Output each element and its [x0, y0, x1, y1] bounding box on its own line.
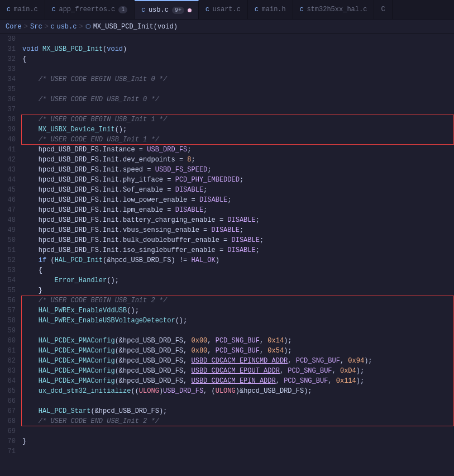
code-line: 71	[0, 446, 454, 456]
code-line: 36 /* USER CODE END USB_Init 0 */	[0, 94, 454, 104]
code-line: 65 ux_dcd_stm32_initialize((ULONG)USB_DR…	[0, 386, 454, 396]
code-line: 32 {	[0, 54, 454, 64]
breadcrumb-function: MX_USB_PCD_Init(void)	[93, 23, 178, 31]
tab-stm32h5xx-hal-c[interactable]: C stm32h5xx_hal.c	[293, 0, 375, 19]
c-file-icon: C	[255, 6, 259, 13]
code-line: 60 HAL_PCDEx_PMAConfig(&hpcd_USB_DRD_FS,…	[0, 336, 454, 346]
breadcrumb-file[interactable]: usb.c	[56, 23, 77, 31]
code-line: 69	[0, 426, 454, 436]
code-line: 58 HAL_PWREx_EnableUSBVoltageDetector();	[0, 316, 454, 326]
code-line: 37	[0, 104, 454, 115]
code-line: 34 /* USER CODE BEGIN USB_Init 0 */	[0, 74, 454, 84]
tab-overflow[interactable]: C	[374, 0, 392, 19]
code-line: 40 /* USER CODE END USB_Init 1 */	[0, 135, 454, 145]
code-line: 42 hpcd_USB_DRD_FS.Init.dev_endpoints = …	[0, 155, 454, 165]
code-line: 33	[0, 64, 454, 74]
breadcrumb-core[interactable]: Core	[6, 23, 22, 31]
tab-app-freertos-c[interactable]: C app_freertos.c 1	[45, 0, 135, 19]
code-line: 67 HAL_PCD_Start(&hpcd_USB_DRD_FS);	[0, 406, 454, 416]
code-line: 51 hpcd_USB_DRD_FS.Init.iso_singlebuffer…	[0, 245, 454, 255]
code-line: 59	[0, 326, 454, 336]
breadcrumb: Core > Src > C usb.c > ⬡ MX_USB_PCD_Init…	[0, 20, 454, 34]
code-line: 53 {	[0, 265, 454, 275]
tab-main-c[interactable]: C main.c	[0, 0, 45, 19]
code-line: 66	[0, 396, 454, 406]
code-line: 64 HAL_PCDEx_PMAConfig(&hpcd_USB_DRD_FS,…	[0, 376, 454, 386]
code-line: 41 hpcd_USB_DRD_FS.Instance = USB_DRD_FS…	[0, 145, 454, 155]
code-line: 61 HAL_PCDEx_PMAConfig(&hpcd_USB_DRD_FS,…	[0, 346, 454, 356]
breadcrumb-func-icon: ⬡	[85, 23, 91, 30]
code-line: 43 hpcd_USB_DRD_FS.Init.speed = USBD_FS_…	[0, 165, 454, 175]
code-line: 30	[0, 34, 454, 44]
code-line: 31 void MX_USB_PCD_Init(void)	[0, 44, 454, 54]
code-line: 52 if (HAL_PCD_Init(&hpcd_USB_DRD_FS) !=…	[0, 255, 454, 265]
code-line: 49 hpcd_USB_DRD_FS.Init.vbus_sensing_ena…	[0, 225, 454, 235]
c-file-icon: C	[52, 6, 56, 13]
code-line: 50 hpcd_USB_DRD_FS.Init.bulk_doublebuffe…	[0, 235, 454, 245]
code-line: 62 HAL_PCDEx_PMAConfig(&hpcd_USB_DRD_FS,…	[0, 356, 454, 366]
code-line: 63 HAL_PCDEx_PMAConfig(&hpcd_USB_DRD_FS,…	[0, 366, 454, 376]
breadcrumb-file-icon: C	[51, 23, 55, 30]
c-file-icon: C	[7, 6, 11, 13]
code-line: 55 }	[0, 285, 454, 296]
code-line: 47 hpcd_USB_DRD_FS.Init.lpm_enable = DIS…	[0, 205, 454, 215]
code-line: 39 MX_USBX_Device_Init();	[0, 125, 454, 135]
tab-label: main.h	[262, 6, 286, 13]
code-line: 45 hpcd_USB_DRD_FS.Init.Sof_enable = DIS…	[0, 185, 454, 195]
tab-label: usb.c	[149, 6, 169, 14]
code-line: 56 /* USER CODE BEGIN USB_Init 2 */	[0, 296, 454, 306]
code-line: 54 Error_Handler();	[0, 275, 454, 285]
tab-label: main.c	[14, 6, 38, 13]
c-file-icon: C	[141, 7, 145, 13]
code-line: 57 HAL_PWREx_EnableVddUSB();	[0, 306, 454, 316]
tab-usb-c[interactable]: C usb.c 9+	[135, 0, 199, 19]
tab-label: stm32h5xx_hal.c	[307, 6, 367, 13]
unsaved-dot	[188, 8, 192, 12]
c-file-icon: C	[206, 6, 209, 13]
tab-usart-c[interactable]: C usart.c	[199, 0, 248, 19]
tab-badge: 1	[118, 6, 127, 13]
c-file-icon: C	[300, 6, 304, 13]
code-line: 38 /* USER CODE BEGIN USB_Init 1 */	[0, 115, 454, 125]
tab-label: usart.c	[213, 6, 241, 13]
tab-bar: C main.c C app_freertos.c 1 C usb.c 9+ C…	[0, 0, 454, 20]
code-line: 48 hpcd_USB_DRD_FS.Init.battery_charging…	[0, 215, 454, 225]
tab-badge: 9+	[172, 7, 184, 14]
tab-label: app_freertos.c	[59, 6, 115, 13]
code-line: 44 hpcd_USB_DRD_FS.Init.phy_itface = PCD…	[0, 175, 454, 185]
code-editor: 30 31 void MX_USB_PCD_Init(void) 32 { 33…	[0, 34, 454, 476]
code-line: 46 hpcd_USB_DRD_FS.Init.low_power_enable…	[0, 195, 454, 205]
code-line: 68 /* USER CODE END USB_Init 2 */	[0, 416, 454, 426]
tab-main-h[interactable]: C main.h	[248, 0, 293, 19]
code-line: 70 }	[0, 436, 454, 446]
tab-label: C	[381, 6, 385, 13]
code-line: 35	[0, 84, 454, 94]
breadcrumb-src[interactable]: Src	[30, 23, 42, 31]
